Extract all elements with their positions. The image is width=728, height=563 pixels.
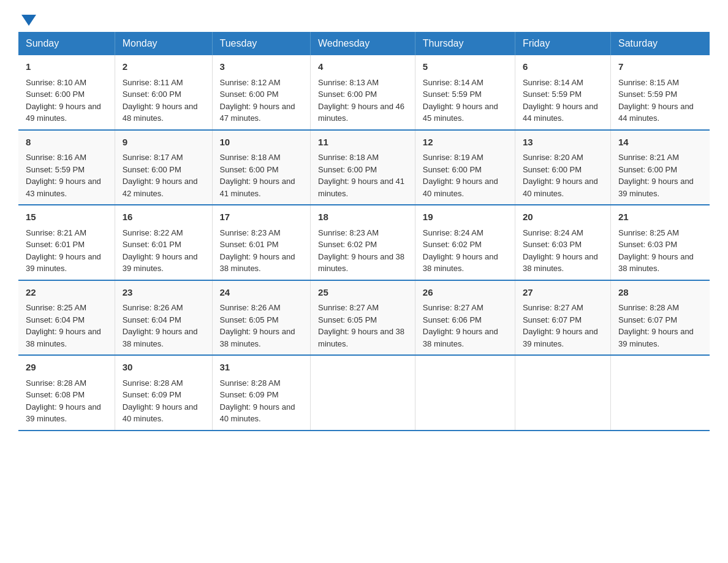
sunrise-text: Sunrise: 8:14 AM <box>423 78 483 87</box>
sunset-text: Sunset: 6:04 PM <box>26 315 85 324</box>
day-number: 10 <box>220 136 303 150</box>
daylight-text: Daylight: 9 hours and 49 minutes. <box>26 102 101 123</box>
calendar-cell <box>415 355 515 431</box>
sunrise-text: Sunrise: 8:22 AM <box>123 228 183 237</box>
daylight-text: Daylight: 9 hours and 39 minutes. <box>123 252 198 274</box>
sunset-text: Sunset: 6:00 PM <box>123 165 181 174</box>
daylight-text: Daylight: 9 hours and 38 minutes. <box>318 252 404 274</box>
header-tuesday: Tuesday <box>212 32 311 55</box>
sunrise-text: Sunrise: 8:10 AM <box>26 78 86 87</box>
calendar-week-row: 1Sunrise: 8:10 AMSunset: 6:00 PMDaylight… <box>18 55 710 130</box>
day-number: 3 <box>220 60 303 74</box>
sunrise-text: Sunrise: 8:27 AM <box>318 303 379 312</box>
calendar-cell: 12Sunrise: 8:19 AMSunset: 6:00 PMDayligh… <box>415 130 515 205</box>
sunrise-text: Sunrise: 8:21 AM <box>618 153 679 162</box>
daylight-text: Daylight: 9 hours and 38 minutes. <box>423 327 498 348</box>
sunset-text: Sunset: 6:02 PM <box>318 240 377 249</box>
day-number: 16 <box>123 210 205 224</box>
daylight-text: Daylight: 9 hours and 40 minutes. <box>220 402 295 424</box>
calendar-cell: 6Sunrise: 8:14 AMSunset: 5:59 PMDaylight… <box>515 55 610 130</box>
calendar-cell: 5Sunrise: 8:14 AMSunset: 5:59 PMDaylight… <box>415 55 515 130</box>
day-number: 15 <box>26 210 107 224</box>
sunset-text: Sunset: 5:59 PM <box>423 90 482 99</box>
calendar-cell: 22Sunrise: 8:25 AMSunset: 6:04 PMDayligh… <box>18 280 115 356</box>
sunrise-text: Sunrise: 8:13 AM <box>318 78 379 87</box>
calendar-cell: 28Sunrise: 8:28 AMSunset: 6:07 PMDayligh… <box>610 280 710 356</box>
calendar-cell: 20Sunrise: 8:24 AMSunset: 6:03 PMDayligh… <box>515 205 610 280</box>
daylight-text: Daylight: 9 hours and 43 minutes. <box>26 177 101 198</box>
sunset-text: Sunset: 6:09 PM <box>220 390 279 399</box>
day-number: 11 <box>318 136 408 150</box>
day-number: 9 <box>123 136 205 150</box>
sunset-text: Sunset: 6:01 PM <box>26 240 85 249</box>
day-number: 24 <box>220 286 303 300</box>
calendar-cell: 16Sunrise: 8:22 AMSunset: 6:01 PMDayligh… <box>115 205 212 280</box>
sunset-text: Sunset: 6:00 PM <box>523 165 582 174</box>
daylight-text: Daylight: 9 hours and 47 minutes. <box>220 102 295 123</box>
sunset-text: Sunset: 6:06 PM <box>423 315 482 324</box>
day-number: 14 <box>618 136 702 150</box>
sunrise-text: Sunrise: 8:11 AM <box>123 78 183 87</box>
sunrise-text: Sunrise: 8:23 AM <box>318 228 379 237</box>
calendar-cell: 14Sunrise: 8:21 AMSunset: 6:00 PMDayligh… <box>610 130 710 205</box>
daylight-text: Daylight: 9 hours and 39 minutes. <box>618 177 694 198</box>
daylight-text: Daylight: 9 hours and 45 minutes. <box>423 102 498 123</box>
sunset-text: Sunset: 6:03 PM <box>618 240 677 249</box>
sunset-text: Sunset: 5:59 PM <box>523 90 582 99</box>
daylight-text: Daylight: 9 hours and 38 minutes. <box>523 252 598 274</box>
calendar-cell: 8Sunrise: 8:16 AMSunset: 5:59 PMDaylight… <box>18 130 115 205</box>
calendar-cell: 27Sunrise: 8:27 AMSunset: 6:07 PMDayligh… <box>515 280 610 356</box>
sunrise-text: Sunrise: 8:19 AM <box>423 153 483 162</box>
day-number: 23 <box>123 286 205 300</box>
sunrise-text: Sunrise: 8:28 AM <box>26 378 86 388</box>
header-sunday: Sunday <box>18 32 115 55</box>
logo-triangle-icon <box>21 15 36 26</box>
calendar-cell <box>515 355 610 431</box>
sunset-text: Sunset: 6:00 PM <box>318 165 377 174</box>
sunset-text: Sunset: 5:59 PM <box>26 165 85 174</box>
daylight-text: Daylight: 9 hours and 44 minutes. <box>523 102 598 123</box>
sunset-text: Sunset: 6:00 PM <box>220 165 279 174</box>
sunrise-text: Sunrise: 8:12 AM <box>220 78 281 87</box>
sunrise-text: Sunrise: 8:15 AM <box>618 78 679 87</box>
daylight-text: Daylight: 9 hours and 41 minutes. <box>220 177 295 198</box>
day-number: 5 <box>423 60 507 74</box>
calendar-cell: 13Sunrise: 8:20 AMSunset: 6:00 PMDayligh… <box>515 130 610 205</box>
day-number: 20 <box>523 210 603 224</box>
sunset-text: Sunset: 6:05 PM <box>220 315 279 324</box>
calendar-cell: 2Sunrise: 8:11 AMSunset: 6:00 PMDaylight… <box>115 55 212 130</box>
daylight-text: Daylight: 9 hours and 46 minutes. <box>318 102 404 123</box>
sunset-text: Sunset: 6:08 PM <box>26 390 85 399</box>
sunset-text: Sunset: 6:02 PM <box>423 240 482 249</box>
calendar-cell: 24Sunrise: 8:26 AMSunset: 6:05 PMDayligh… <box>212 280 311 356</box>
calendar-cell: 18Sunrise: 8:23 AMSunset: 6:02 PMDayligh… <box>311 205 415 280</box>
day-number: 21 <box>618 210 702 224</box>
calendar-cell: 19Sunrise: 8:24 AMSunset: 6:02 PMDayligh… <box>415 205 515 280</box>
calendar-cell: 10Sunrise: 8:18 AMSunset: 6:00 PMDayligh… <box>212 130 311 205</box>
sunrise-text: Sunrise: 8:27 AM <box>423 303 483 312</box>
calendar-week-row: 15Sunrise: 8:21 AMSunset: 6:01 PMDayligh… <box>18 205 710 280</box>
sunrise-text: Sunrise: 8:24 AM <box>523 228 583 237</box>
calendar-cell: 21Sunrise: 8:25 AMSunset: 6:03 PMDayligh… <box>610 205 710 280</box>
day-number: 2 <box>123 60 205 74</box>
sunrise-text: Sunrise: 8:20 AM <box>523 153 583 162</box>
header-monday: Monday <box>115 32 212 55</box>
sunrise-text: Sunrise: 8:14 AM <box>523 78 583 87</box>
sunset-text: Sunset: 6:00 PM <box>220 90 279 99</box>
sunrise-text: Sunrise: 8:25 AM <box>618 228 679 237</box>
daylight-text: Daylight: 9 hours and 38 minutes. <box>220 252 295 274</box>
daylight-text: Daylight: 9 hours and 40 minutes. <box>123 402 198 424</box>
day-number: 27 <box>523 286 603 300</box>
calendar-cell: 29Sunrise: 8:28 AMSunset: 6:08 PMDayligh… <box>18 355 115 431</box>
sunrise-text: Sunrise: 8:27 AM <box>523 303 583 312</box>
daylight-text: Daylight: 9 hours and 44 minutes. <box>618 102 694 123</box>
sunset-text: Sunset: 6:01 PM <box>123 240 181 249</box>
day-number: 1 <box>26 60 107 74</box>
daylight-text: Daylight: 9 hours and 38 minutes. <box>423 252 498 274</box>
sunrise-text: Sunrise: 8:18 AM <box>318 153 379 162</box>
calendar-cell: 7Sunrise: 8:15 AMSunset: 5:59 PMDaylight… <box>610 55 710 130</box>
daylight-text: Daylight: 9 hours and 40 minutes. <box>423 177 498 198</box>
logo <box>18 12 36 26</box>
day-number: 6 <box>523 60 603 74</box>
day-number: 22 <box>26 286 107 300</box>
